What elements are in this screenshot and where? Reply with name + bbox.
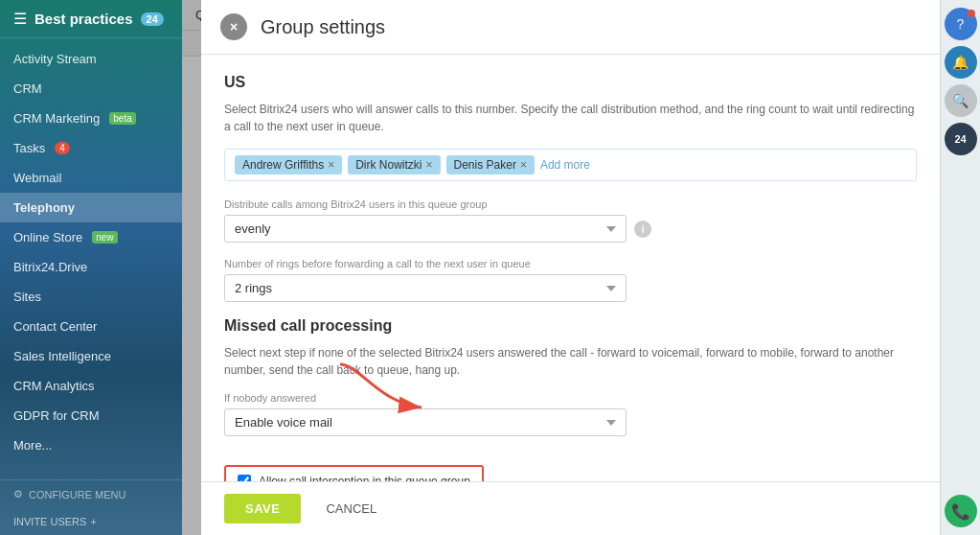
voicemail-field-group: If nobody answered Enable voice mail For…	[224, 392, 917, 436]
sidebar-item-label-bitrix24-drive: Bitrix24.Drive	[13, 260, 87, 274]
modal-title: Group settings	[261, 16, 385, 38]
sidebar-item-more[interactable]: More...	[0, 430, 182, 460]
tag-denis-remove[interactable]: ×	[520, 159, 527, 171]
group-settings-modal: × Group settings US Select Bitrix24 user…	[201, 0, 940, 535]
sidebar-item-label-crm-marketing: CRM Marketing	[13, 111, 100, 126]
sidebar-item-contact-center[interactable]: Contact Center	[0, 312, 182, 341]
configure-menu-icon: ⚙	[13, 488, 23, 500]
checkbox-wrapper: Allow call interception in this queue gr…	[224, 452, 484, 481]
invite-users-button[interactable]: INVITE USERS +	[0, 508, 182, 535]
invite-users-label: INVITE USERS	[13, 516, 86, 527]
close-icon: ×	[230, 19, 238, 35]
help-button[interactable]: ?	[945, 8, 977, 40]
badge-number: 24	[954, 133, 966, 145]
sidebar-item-label-webmail: Webmail	[13, 171, 61, 185]
search-icon: 🔍	[952, 93, 969, 108]
sidebar-item-label-tasks: Tasks	[13, 141, 45, 155]
tag-denis: Denis Paker ×	[446, 155, 535, 174]
phone-button[interactable]: 📞	[945, 495, 977, 527]
users-tags-container: Andrew Griffiths × Dirk Nowitzki × Denis…	[224, 149, 917, 181]
distribute-select[interactable]: evenly by order randomly	[224, 215, 627, 243]
tag-dirk: Dirk Nowitzki ×	[348, 155, 440, 174]
sidebar-item-label-sales-intelligence: Sales Intelligence	[13, 349, 111, 363]
search-button[interactable]: 🔍	[945, 84, 977, 117]
sidebar-item-label-crm-analytics: CRM Analytics	[13, 379, 95, 393]
tag-dirk-label: Dirk Nowitzki	[355, 158, 422, 172]
sidebar-item-label-online-store: Online Store	[13, 230, 82, 244]
distribute-field-label: Distribute calls among Bitrix24 users in…	[224, 198, 917, 210]
tag-andrew-label: Andrew Griffiths	[242, 158, 324, 172]
notification-button[interactable]: 🔔	[945, 46, 977, 79]
right-toolbar: ? 🔔 🔍 24 📞	[940, 0, 980, 535]
content-area: Queue groups CHE... × Group settings US …	[182, 0, 940, 535]
sidebar-navigation: Activity StreamCRMCRM MarketingbetaTasks…	[0, 38, 182, 479]
sidebar-item-label-more: More...	[13, 438, 52, 453]
tag-denis-label: Denis Paker	[454, 158, 516, 172]
sidebar-badge-online-store: new	[92, 231, 117, 244]
allow-interception-checkbox[interactable]	[238, 475, 251, 481]
sidebar-item-bitrix24-drive[interactable]: Bitrix24.Drive	[0, 252, 182, 282]
modal-body: US Select Bitrix24 users who will answer…	[201, 55, 940, 481]
tag-andrew-remove[interactable]: ×	[328, 159, 334, 171]
cancel-button[interactable]: CANCEL	[310, 494, 392, 523]
configure-menu-button[interactable]: ⚙ CONFIGURE MENU	[0, 479, 182, 508]
sidebar-badge-crm-marketing: beta	[109, 112, 135, 125]
help-icon: ?	[957, 16, 965, 32]
us-section-description: Select Bitrix24 users who will answer ca…	[224, 101, 917, 135]
bitrix24-badge-button[interactable]: 24	[945, 123, 977, 155]
sidebar: ☰ Best practices 24 Activity StreamCRMCR…	[0, 0, 182, 535]
sidebar-item-label-sites: Sites	[13, 290, 41, 304]
if-nobody-answered-label: If nobody answered	[224, 392, 917, 404]
sidebar-item-crm-marketing[interactable]: CRM Marketingbeta	[0, 104, 182, 133]
hamburger-icon[interactable]: ☰	[13, 10, 27, 28]
modal-close-button[interactable]: ×	[220, 13, 247, 40]
notification-dot	[968, 10, 975, 17]
sidebar-item-telephony[interactable]: Telephony	[0, 193, 182, 222]
sidebar-title: Best practices	[34, 11, 133, 27]
sidebar-item-online-store[interactable]: Online Storenew	[0, 222, 182, 252]
sidebar-item-label-contact-center: Contact Center	[13, 319, 97, 334]
sidebar-item-sales-intelligence[interactable]: Sales Intelligence	[0, 341, 182, 371]
phone-icon: 📞	[951, 502, 970, 521]
rings-select[interactable]: 1 ring 2 rings 3 rings 4 rings 5 rings	[224, 274, 627, 302]
missed-call-section-title: Missed call processing	[224, 317, 917, 335]
sidebar-item-label-telephony: Telephony	[13, 200, 75, 215]
bell-icon: 🔔	[952, 55, 969, 70]
distribute-info-icon[interactable]: i	[634, 221, 651, 238]
sidebar-item-tasks[interactable]: Tasks4	[0, 133, 182, 163]
sidebar-item-webmail[interactable]: Webmail	[0, 163, 182, 193]
us-section-title: US	[224, 74, 917, 91]
sidebar-item-crm[interactable]: CRM	[0, 74, 182, 104]
modal-header: × Group settings	[201, 0, 940, 55]
sidebar-item-sites[interactable]: Sites	[0, 282, 182, 312]
sidebar-item-gdpr-for-crm[interactable]: GDPR for CRM	[0, 401, 182, 430]
tag-dirk-remove[interactable]: ×	[426, 159, 433, 171]
voicemail-select[interactable]: Enable voice mail Forward to mobile Forw…	[224, 408, 627, 436]
sidebar-item-label-crm: CRM	[13, 81, 42, 96]
add-more-link[interactable]: Add more	[540, 158, 590, 172]
distribute-field-row: evenly by order randomly i	[224, 215, 917, 243]
sidebar-header: ☰ Best practices 24	[0, 0, 182, 38]
sidebar-item-label-gdpr-for-crm: GDPR for CRM	[13, 408, 100, 423]
plus-icon: +	[90, 516, 96, 527]
rings-field-label: Number of rings before forwarding a call…	[224, 258, 917, 269]
configure-menu-label: CONFIGURE MENU	[29, 489, 125, 500]
missed-call-description: Select next step if none of the selected…	[224, 344, 917, 379]
distribute-field-group: Distribute calls among Bitrix24 users in…	[224, 198, 917, 243]
sidebar-item-label-activity-stream: Activity Stream	[13, 52, 97, 66]
modal-footer: SAVE CANCEL	[201, 481, 940, 535]
sidebar-item-activity-stream[interactable]: Activity Stream	[0, 44, 182, 74]
tag-andrew: Andrew Griffiths ×	[235, 155, 342, 174]
allow-interception-label: Allow call interception in this queue gr…	[259, 475, 470, 481]
rings-field-group: Number of rings before forwarding a call…	[224, 258, 917, 302]
sidebar-badge-tasks: 4	[55, 142, 70, 154]
sidebar-badge: 24	[141, 12, 164, 26]
allow-interception-container: Allow call interception in this queue gr…	[224, 465, 484, 481]
sidebar-item-crm-analytics[interactable]: CRM Analytics	[0, 371, 182, 401]
save-button[interactable]: SAVE	[224, 494, 301, 523]
